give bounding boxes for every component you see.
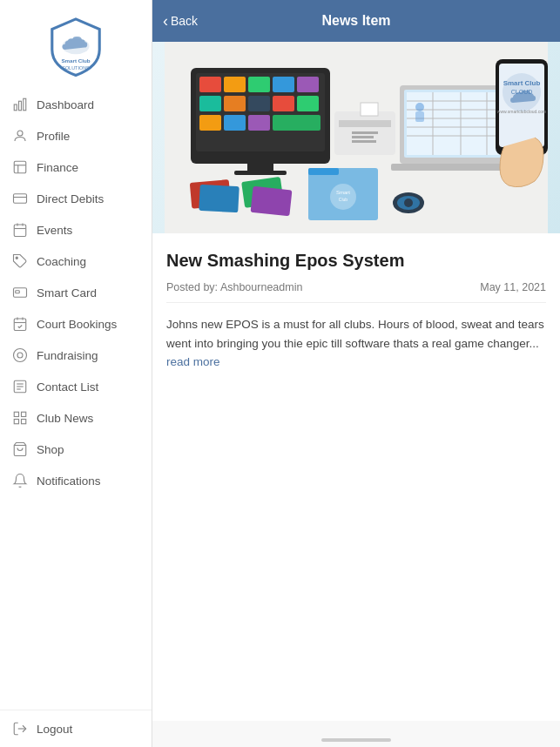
svg-point-6: [17, 131, 23, 136]
svg-rect-42: [297, 77, 319, 92]
svg-text:Club: Club: [339, 197, 348, 202]
logout-label: Logout: [37, 723, 72, 736]
sidebar-item-events[interactable]: Events: [0, 214, 152, 246]
back-button[interactable]: ‹ Back: [163, 13, 198, 29]
sidebar-item-label: Finance: [37, 161, 78, 174]
sidebar-item-shop[interactable]: Shop: [0, 434, 152, 465]
back-chevron-icon: ‹: [163, 13, 168, 29]
sidebar-item-profile[interactable]: Profile: [0, 120, 152, 151]
news-illustration: Smart Club CLOUD www.smartclubcloud.com: [165, 42, 548, 233]
topbar-title: News Item: [321, 13, 390, 29]
back-label: Back: [171, 14, 198, 28]
sidebar-item-club-news[interactable]: Club News: [0, 402, 152, 434]
sidebar: Smart Club SOLUTIONS Dashboard Profile F…: [0, 0, 152, 747]
svg-rect-47: [297, 96, 319, 111]
svg-rect-19: [14, 319, 26, 331]
svg-rect-49: [224, 115, 246, 131]
posted-by: Posted by: Ashbourneadmin: [166, 281, 302, 293]
sidebar-item-label: Dashboard: [37, 98, 94, 111]
sidebar-item-fundraising[interactable]: Fundraising: [0, 340, 152, 371]
sidebar-item-dashboard[interactable]: Dashboard: [0, 89, 152, 120]
sidebar-item-smart-card[interactable]: Smart Card: [0, 277, 152, 308]
topbar: ‹ Back News Item: [152, 0, 560, 42]
user-icon: [12, 128, 28, 144]
news-image: Smart Club CLOUD www.smartclubcloud.com: [152, 42, 560, 233]
svg-rect-59: [361, 103, 378, 116]
svg-rect-31: [14, 420, 18, 424]
svg-text:Smart: Smart: [336, 190, 350, 195]
svg-point-16: [16, 257, 17, 259]
svg-rect-82: [199, 185, 240, 212]
club-news-icon: [12, 410, 28, 426]
svg-rect-58: [352, 140, 376, 143]
svg-rect-62: [407, 92, 506, 155]
svg-rect-30: [22, 412, 26, 416]
svg-text:Smart Club: Smart Club: [503, 79, 541, 87]
news-title: New Smashing Epos System: [166, 251, 546, 271]
sidebar-item-direct-debits[interactable]: Direct Debits: [0, 183, 152, 214]
bottom-bar: [152, 721, 560, 747]
logout-icon: [12, 721, 28, 737]
events-icon: [12, 222, 28, 238]
logo-area: Smart Club SOLUTIONS: [0, 0, 152, 85]
svg-rect-52: [247, 164, 273, 171]
svg-rect-5: [24, 98, 26, 111]
bar-chart-icon: [12, 97, 28, 112]
svg-rect-84: [251, 186, 293, 217]
sidebar-item-label: Club News: [37, 412, 93, 425]
svg-point-23: [14, 349, 27, 362]
svg-rect-7: [14, 161, 26, 173]
posted-by-label: Posted by:: [166, 281, 218, 293]
svg-rect-10: [14, 194, 27, 204]
svg-point-71: [415, 103, 424, 111]
news-body: New Smashing Epos System Posted by: Ashb…: [152, 233, 560, 398]
fundraising-icon: [12, 347, 28, 363]
home-indicator: [321, 738, 391, 742]
sidebar-item-notifications[interactable]: Notifications: [0, 465, 152, 496]
sidebar-item-label: Smart Card: [37, 286, 97, 299]
logout-button[interactable]: Logout: [0, 710, 152, 747]
svg-rect-50: [248, 115, 270, 131]
svg-rect-51: [273, 115, 320, 131]
sidebar-item-label: Court Bookings: [37, 318, 117, 331]
finance-icon: [12, 159, 28, 175]
sidebar-item-label: Notifications: [37, 474, 101, 488]
content-area: Smart Club CLOUD www.smartclubcloud.com: [152, 42, 560, 721]
sidebar-item-label: Events: [37, 224, 72, 237]
svg-rect-12: [14, 225, 26, 237]
svg-rect-39: [224, 77, 246, 92]
sidebar-item-court-bookings[interactable]: Court Bookings: [0, 308, 152, 340]
svg-rect-56: [352, 131, 378, 134]
sidebar-item-label: Direct Debits: [37, 192, 104, 205]
svg-rect-32: [22, 420, 26, 424]
svg-rect-4: [19, 101, 22, 111]
svg-rect-43: [199, 96, 221, 111]
sidebar-item-label: Profile: [37, 130, 70, 143]
svg-text:SOLUTIONS: SOLUTIONS: [62, 65, 90, 71]
main-content: ‹ Back News Item: [152, 0, 560, 747]
sidebar-item-coaching[interactable]: Coaching: [0, 246, 152, 277]
sidebar-item-label: Shop: [37, 443, 64, 456]
contact-list-icon: [12, 379, 28, 394]
svg-rect-57: [352, 136, 374, 138]
author: Ashbourneadmin: [220, 281, 303, 293]
svg-rect-55: [339, 120, 391, 127]
sidebar-item-contact-list[interactable]: Contact List: [0, 371, 152, 402]
svg-rect-45: [248, 96, 270, 111]
svg-rect-72: [415, 111, 424, 122]
svg-rect-46: [273, 96, 294, 111]
svg-rect-18: [16, 291, 20, 293]
svg-rect-40: [248, 77, 270, 92]
smart-card-icon: [12, 285, 28, 300]
sidebar-item-finance[interactable]: Finance: [0, 151, 152, 183]
sidebar-item-label: Contact List: [37, 380, 98, 394]
news-meta: Posted by: Ashbourneadmin May 11, 2021: [166, 281, 546, 303]
sidebar-item-label: Coaching: [37, 255, 86, 268]
app-logo: Smart Club SOLUTIONS: [41, 16, 111, 77]
svg-rect-38: [199, 77, 221, 92]
read-more-link[interactable]: read more: [166, 355, 220, 368]
svg-point-92: [404, 199, 413, 207]
svg-text:Smart Club: Smart Club: [61, 57, 90, 64]
coaching-icon: [12, 253, 28, 269]
svg-rect-3: [14, 104, 17, 111]
